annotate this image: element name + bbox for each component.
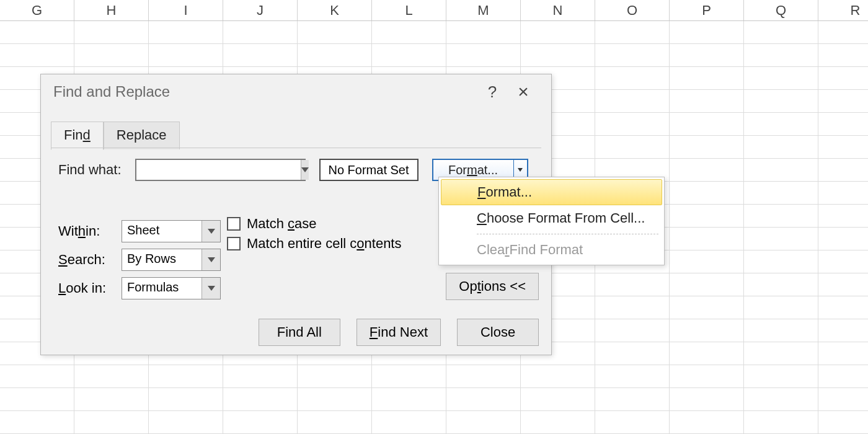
grid-cell[interactable]	[744, 90, 818, 112]
grid-cell[interactable]	[818, 90, 868, 112]
grid-cell[interactable]	[74, 411, 149, 433]
grid-cell[interactable]	[149, 21, 223, 43]
col-head[interactable]: R	[818, 0, 868, 20]
grid-cell[interactable]	[744, 67, 818, 89]
grid-cell[interactable]	[818, 113, 868, 135]
grid-cell[interactable]	[818, 365, 868, 388]
grid-cell[interactable]	[670, 159, 744, 181]
grid-cell[interactable]	[298, 44, 372, 66]
grid-cell[interactable]	[670, 296, 744, 319]
lookin-dropdown-button[interactable]	[202, 278, 220, 299]
grid-cell[interactable]	[149, 388, 223, 410]
grid-cell[interactable]	[372, 388, 446, 410]
grid-cell[interactable]	[670, 21, 744, 43]
menu-item-choose-from-cell[interactable]: Choose Format From Cell...	[441, 205, 662, 231]
grid-cell[interactable]	[372, 44, 446, 66]
grid-cell[interactable]	[670, 44, 744, 66]
grid-cell[interactable]	[595, 296, 670, 319]
grid-cell[interactable]	[744, 388, 818, 410]
grid-cell[interactable]	[372, 411, 446, 433]
within-select[interactable]: Sheet	[122, 220, 221, 242]
grid-cell[interactable]	[595, 365, 670, 388]
grid-cell[interactable]	[74, 365, 149, 388]
grid-cell[interactable]	[818, 388, 868, 410]
grid-cell[interactable]	[670, 90, 744, 112]
grid-cell[interactable]	[149, 44, 223, 66]
grid-cell[interactable]	[595, 44, 670, 66]
grid-cell[interactable]	[818, 319, 868, 342]
grid-cell[interactable]	[818, 250, 868, 273]
grid-cell[interactable]	[744, 205, 818, 227]
col-head[interactable]: N	[521, 0, 595, 20]
grid-cell[interactable]	[744, 319, 818, 342]
grid-cell[interactable]	[818, 228, 868, 250]
grid-cell[interactable]	[818, 67, 868, 89]
grid-cell[interactable]	[595, 273, 670, 296]
tab-replace[interactable]: Replace	[104, 122, 180, 149]
grid-cell[interactable]	[521, 388, 595, 410]
grid-cell[interactable]	[446, 388, 521, 410]
grid-cell[interactable]	[744, 182, 818, 204]
col-head[interactable]: J	[223, 0, 298, 20]
grid-cell[interactable]	[595, 113, 670, 135]
grid-cell[interactable]	[0, 44, 74, 66]
grid-cell[interactable]	[223, 21, 298, 43]
grid-cell[interactable]	[595, 388, 670, 410]
grid-cell[interactable]	[670, 113, 744, 135]
grid-cell[interactable]	[372, 21, 446, 43]
grid-cell[interactable]	[446, 44, 521, 66]
grid-cell[interactable]	[670, 205, 744, 227]
col-head[interactable]: L	[372, 0, 446, 20]
grid-cell[interactable]	[744, 411, 818, 433]
grid-cell[interactable]	[149, 365, 223, 388]
grid-cell[interactable]	[670, 250, 744, 273]
grid-cell[interactable]	[744, 250, 818, 273]
grid-cell[interactable]	[818, 182, 868, 204]
grid-cell[interactable]	[744, 113, 818, 135]
grid-cell[interactable]	[670, 365, 744, 388]
grid-cell[interactable]	[223, 411, 298, 433]
grid-cell[interactable]	[521, 365, 595, 388]
grid-cell[interactable]	[670, 67, 744, 89]
grid-cell[interactable]	[744, 273, 818, 296]
close-icon[interactable]: ×	[508, 81, 539, 102]
close-button[interactable]: Close	[457, 319, 539, 346]
grid-cell[interactable]	[595, 67, 670, 89]
search-dropdown-button[interactable]	[202, 249, 220, 270]
grid-cell[interactable]	[0, 411, 74, 433]
grid-cell[interactable]	[670, 182, 744, 204]
grid-cell[interactable]	[744, 136, 818, 158]
grid-cell[interactable]	[446, 411, 521, 433]
menu-item-format[interactable]: Format...	[441, 179, 662, 205]
grid-cell[interactable]	[0, 21, 74, 43]
grid-cell[interactable]	[149, 411, 223, 433]
grid-cell[interactable]	[223, 365, 298, 388]
grid-cell[interactable]	[744, 365, 818, 388]
match-entire-checkbox[interactable]	[227, 237, 241, 250]
lookin-select[interactable]: Formulas	[122, 277, 221, 299]
within-dropdown-button[interactable]	[202, 221, 220, 242]
grid-cell[interactable]	[0, 365, 74, 388]
col-head[interactable]: M	[446, 0, 521, 20]
grid-cell[interactable]	[818, 205, 868, 227]
col-head[interactable]: G	[0, 0, 74, 20]
find-all-button[interactable]: Find All	[259, 319, 340, 346]
col-head[interactable]: O	[595, 0, 670, 20]
grid-cell[interactable]	[744, 21, 818, 43]
grid-cell[interactable]	[223, 44, 298, 66]
col-head[interactable]: Q	[744, 0, 818, 20]
grid-cell[interactable]	[744, 296, 818, 319]
grid-cell[interactable]	[670, 228, 744, 250]
col-head[interactable]: I	[149, 0, 223, 20]
grid-cell[interactable]	[744, 342, 818, 365]
grid-cell[interactable]	[818, 411, 868, 433]
grid-cell[interactable]	[298, 411, 372, 433]
grid-cell[interactable]	[818, 21, 868, 43]
grid-cell[interactable]	[446, 365, 521, 388]
col-head[interactable]: P	[670, 0, 744, 20]
grid-cell[interactable]	[818, 273, 868, 296]
grid-cell[interactable]	[595, 342, 670, 365]
grid-cell[interactable]	[595, 21, 670, 43]
grid-cell[interactable]	[298, 21, 372, 43]
grid-cell[interactable]	[818, 44, 868, 66]
